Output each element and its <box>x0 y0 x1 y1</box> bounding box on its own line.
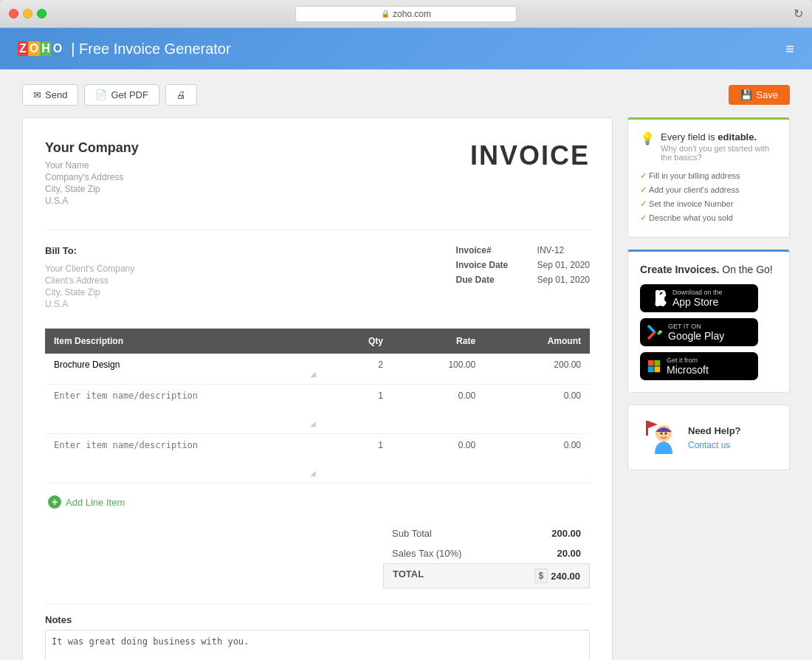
mobile-title: Create Invoices. On the Go! <box>640 264 777 275</box>
microsoft-small-text: Get it from <box>667 357 709 364</box>
refresh-button[interactable]: ↻ <box>794 7 803 21</box>
item-input-3[interactable] <box>54 440 316 467</box>
svg-rect-0 <box>648 360 654 366</box>
main-row: Your Company Your Name Company's Address… <box>22 117 790 660</box>
item-qty-2[interactable]: 1 <box>325 385 392 434</box>
avatar-icon <box>640 417 681 458</box>
microsoft-big-text: Microsoft <box>667 364 709 376</box>
contact-link[interactable]: Contact us <box>688 440 730 450</box>
total-value: 240.00 <box>551 571 580 582</box>
tax-label: Sales Tax (10%) <box>392 548 461 559</box>
subtotal-value: 200.00 <box>551 528 581 539</box>
invoice-header: Your Company Your Name Company's Address… <box>45 140 590 207</box>
company-name[interactable]: Your Company <box>45 140 139 156</box>
print-button[interactable]: 🖨 <box>165 84 197 106</box>
invoice-meta: Invoice# INV-12 Invoice Date Sep 01, 202… <box>456 245 590 311</box>
table-header-row: Item Description Qty Rate Amount <box>45 329 590 354</box>
item-amount-2: 0.00 <box>484 385 590 434</box>
add-icon: + <box>48 495 61 509</box>
appstore-small-text: Download on the <box>672 289 723 296</box>
help-avatar <box>640 417 681 458</box>
item-amount-3: 0.00 <box>484 434 590 484</box>
table-row: ◢ 1 0.00 0.00 <box>45 385 590 434</box>
client-address[interactable]: Client's Address <box>45 275 134 286</box>
google-play-button[interactable]: GET IT ON Google Play <box>640 318 758 346</box>
item-desc-1[interactable]: Brochure Design ◢ <box>45 354 325 385</box>
get-pdf-button[interactable]: 📄 Get PDF <box>84 84 159 106</box>
app-store-button[interactable]: Download on the App Store <box>640 284 758 312</box>
bulb-icon: 💡 <box>640 131 655 145</box>
company-field-name[interactable]: Your Name <box>45 160 139 171</box>
client-company[interactable]: Your Client's Company <box>45 264 134 274</box>
svg-rect-3 <box>654 366 660 372</box>
help-text: Need Help? Contact us <box>688 425 741 450</box>
item-qty-1[interactable]: 2 <box>325 354 392 385</box>
resize-handle-1: ◢ <box>54 370 316 378</box>
hamburger-menu[interactable]: ≡ <box>785 41 794 58</box>
currency-symbol[interactable]: $ <box>534 568 548 583</box>
lock-icon: 🔒 <box>381 10 390 18</box>
item-rate-3[interactable]: 0.00 <box>392 434 484 484</box>
company-field-address[interactable]: Company's Address <box>45 172 139 182</box>
brand-title: | Free Invoice Generator <box>71 41 230 58</box>
save-button[interactable]: 💾 Save <box>729 85 790 105</box>
traffic-lights <box>9 9 47 18</box>
subtotal-label: Sub Total <box>392 528 432 539</box>
maximize-button[interactable] <box>37 9 47 18</box>
company-field-city[interactable]: City, State Zip <box>45 184 139 194</box>
subtotal-row: Sub Total 200.00 <box>383 523 590 543</box>
tax-value: 20.00 <box>557 548 581 559</box>
logo-z: Z <box>18 41 28 56</box>
brand-section: Z O H O | Free Invoice Generator <box>18 41 231 58</box>
meta-label-date: Invoice Date <box>456 260 523 270</box>
meta-value-date[interactable]: Sep 01, 2020 <box>537 260 590 270</box>
tips-card: 💡 Every field is editable. Why don't you… <box>627 117 790 238</box>
close-button[interactable] <box>9 9 18 18</box>
zoho-logo: Z O H O <box>18 41 63 56</box>
save-icon: 💾 <box>740 89 752 100</box>
notes-textarea[interactable] <box>45 630 590 660</box>
tip-item: Add your client's address <box>640 183 777 197</box>
meta-value-due[interactable]: Sep 01, 2020 <box>537 275 590 285</box>
item-rate-2[interactable]: 0.00 <box>392 385 484 434</box>
item-qty-3[interactable]: 1 <box>325 434 392 484</box>
company-section: Your Company Your Name Company's Address… <box>45 140 139 207</box>
mobile-card: Create Invoices. On the Go! Download on … <box>627 250 790 393</box>
appstore-big-text: App Store <box>672 296 723 308</box>
print-icon: 🖨 <box>176 89 186 100</box>
address-bar[interactable]: 🔒 zoho.com <box>295 6 517 22</box>
titlebar: 🔒 zoho.com ↻ <box>0 0 812 28</box>
item-input-2[interactable] <box>54 391 316 417</box>
total-row: TOTAL $ 240.00 <box>383 563 590 588</box>
svg-rect-4 <box>646 421 648 436</box>
invoice-panel: Your Company Your Name Company's Address… <box>22 117 613 660</box>
client-country[interactable]: U.S.A <box>45 299 134 309</box>
meta-invoice-date: Invoice Date Sep 01, 2020 <box>456 260 590 270</box>
client-city[interactable]: City, State Zip <box>45 287 134 298</box>
svg-point-8 <box>665 433 667 435</box>
item-desc-3[interactable]: ◢ <box>45 434 325 484</box>
company-field-country[interactable]: U.S.A <box>45 196 139 206</box>
logo-o2: O <box>52 41 63 56</box>
add-line-item[interactable]: + Add Line Item <box>45 492 590 512</box>
col-amount: Amount <box>484 329 590 354</box>
minimize-button[interactable] <box>23 9 32 18</box>
meta-label-due: Due Date <box>456 275 523 285</box>
col-rate: Rate <box>392 329 484 354</box>
page-content: ✉ Send 📄 Get PDF 🖨 💾 Save <box>0 69 812 660</box>
items-table: Item Description Qty Rate Amount Brochur… <box>45 329 590 484</box>
item-desc-2[interactable]: ◢ <box>45 385 325 434</box>
microsoft-icon <box>647 360 661 373</box>
tax-row: Sales Tax (10%) 20.00 <box>383 543 590 563</box>
totals-section: Sub Total 200.00 Sales Tax (10%) 20.00 T… <box>45 523 590 588</box>
item-rate-1[interactable]: 100.00 <box>392 354 484 385</box>
send-button[interactable]: ✉ Send <box>22 84 78 106</box>
item-amount-1: 200.00 <box>484 354 590 385</box>
microsoft-button[interactable]: Get it from Microsoft <box>640 352 758 380</box>
resize-handle-3: ◢ <box>54 469 316 477</box>
help-title: Need Help? <box>688 425 741 436</box>
browser-window: 🔒 zoho.com ↻ Z O H O | Free Invoice Gene… <box>0 0 812 660</box>
meta-value-invoice[interactable]: INV-12 <box>537 245 565 255</box>
meta-label-invoice: Invoice# <box>456 245 523 255</box>
add-line-label: Add Line Item <box>66 497 125 508</box>
